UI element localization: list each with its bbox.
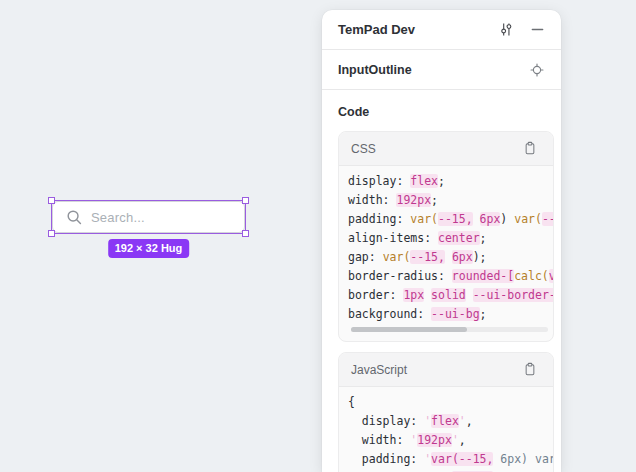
locate-target-icon[interactable] xyxy=(528,61,546,79)
code-line: width: '192px', xyxy=(348,431,553,450)
code-line: width: 192px; xyxy=(348,191,553,210)
code-line: display: flex; xyxy=(348,172,553,191)
code-blocks: CSS display: flex;width: 192px;padding: … xyxy=(322,131,561,472)
selection-handle-top-right[interactable] xyxy=(242,197,249,204)
code-block-body: { display: 'flex', width: '192px', paddi… xyxy=(339,387,553,472)
tempad-dev-panel: TemPad Dev InputOutline xyxy=(322,10,561,472)
code-block-javascript: JavaScript { display: 'flex', width: '19… xyxy=(338,352,554,472)
copy-clipboard-icon[interactable] xyxy=(521,140,539,158)
search-placeholder: Search... xyxy=(91,210,145,225)
size-badge: 192 × 32 Hug xyxy=(108,239,190,258)
code-line: background: --ui-bg; xyxy=(348,305,553,324)
code-block-body: display: flex;width: 192px;padding: var(… xyxy=(339,166,553,341)
code-line: display: 'flex', xyxy=(348,412,553,431)
selection-handle-bottom-left[interactable] xyxy=(48,230,55,237)
code-line: gap: var(--15, 6px); xyxy=(348,248,553,267)
selected-component[interactable]: Search... 192 × 32 Hug xyxy=(52,201,245,233)
copy-clipboard-icon[interactable] xyxy=(521,361,539,379)
minimize-icon[interactable] xyxy=(528,21,546,39)
code-line: border-radius: rounded-[calc(v xyxy=(348,267,553,286)
code-line: padding: var(--15, 6px) var(-- xyxy=(348,210,553,229)
sliders-icon[interactable] xyxy=(497,21,515,39)
code-block-lang: JavaScript xyxy=(351,363,407,377)
panel-header: TemPad Dev xyxy=(322,10,561,50)
code-line: border: 1px solid --ui-border- xyxy=(348,286,553,305)
horizontal-scrollbar-thumb[interactable] xyxy=(351,327,467,332)
panel-title: TemPad Dev xyxy=(338,22,415,37)
code-block-lang: CSS xyxy=(351,142,376,156)
selection-handle-bottom-right[interactable] xyxy=(242,230,249,237)
search-icon xyxy=(66,209,83,226)
selected-node-name: InputOutline xyxy=(338,63,412,77)
selection-handle-top-left[interactable] xyxy=(48,197,55,204)
code-line: { xyxy=(348,393,553,412)
code-line: padding: 'var(--15, 6px) var xyxy=(348,450,553,469)
selected-node-row[interactable]: InputOutline xyxy=(322,50,561,90)
code-block-header: CSS xyxy=(339,132,553,166)
code-block-header: JavaScript xyxy=(339,353,553,387)
horizontal-scrollbar[interactable] xyxy=(351,327,548,332)
search-input[interactable]: Search... xyxy=(52,201,245,233)
code-section-title: Code xyxy=(322,90,561,131)
code-line: align-items: center; xyxy=(348,229,553,248)
code-block-css: CSS display: flex;width: 192px;padding: … xyxy=(338,131,554,342)
